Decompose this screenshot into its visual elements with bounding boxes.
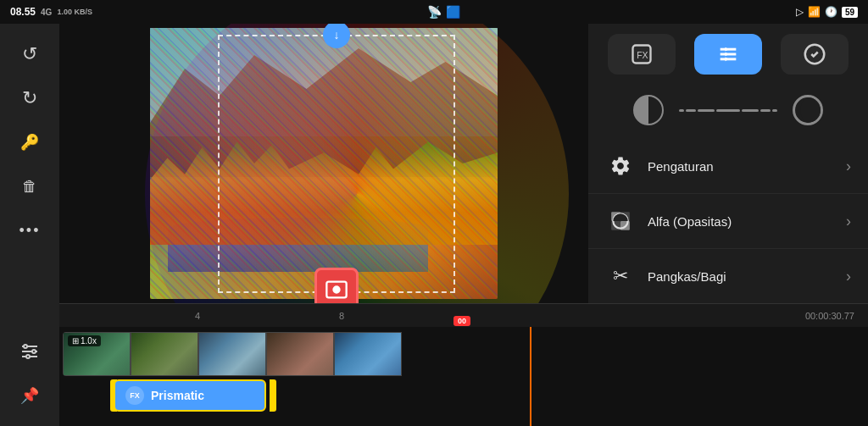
speed-badge: ⊞ 1.0x [68,335,101,346]
list-icon [716,42,740,66]
fx-icon: FX [630,42,654,66]
adjust-button[interactable] [9,331,50,372]
alfa-chevron: › [846,213,851,230]
prismatic-strip[interactable]: FX Prismatic [114,379,266,412]
status-icons: 📡 🟦 [427,5,460,19]
filter-crescent[interactable] [782,91,833,129]
panel-tabs: FX [588,24,868,85]
time-display: 08.55 [10,6,36,18]
effect-name: Prismatic [151,389,204,402]
gear-icon [605,151,636,181]
signal-indicator: 4G [41,8,52,17]
video-track-strip[interactable] [63,332,868,376]
pin-icon: 📌 [20,386,39,405]
trash-icon: 🗑 [22,178,37,196]
pin-button[interactable]: 📌 [9,375,50,416]
pangkas-chevron: › [846,268,851,285]
left-toolbar: ↺ ↻ 🔑 🗑 ••• 📌 [0,24,59,426]
speed-value: 1.0x [81,336,97,346]
alpha-icon [605,206,636,236]
speed-lines-icon [679,109,777,112]
preview-area: ↓ [59,24,588,303]
video-thumb-5 [334,332,402,376]
fx-effect-icon: FX [125,386,144,405]
filter-icons-row [588,85,868,136]
chromatic-rays [145,24,569,303]
tab-list[interactable] [694,34,762,75]
network-speed: 1.00 KB/S [57,8,92,16]
svg-point-5 [26,355,30,358]
timeline-area: 00 4 8 00:00:30.77 [0,303,868,426]
more-button[interactable]: ••• [9,210,50,251]
right-panel: FX [588,24,868,303]
grid-icon-small: ⊞ [72,336,79,346]
cast-icon: ▷ [796,6,804,18]
menu-item-pangkas[interactable]: ✂ Pangkas/Bagi › [588,249,868,304]
undo-icon: ↺ [22,43,37,65]
vpn-icon: 🟦 [446,5,460,19]
key-icon: 🔑 [20,133,39,152]
filter-speed[interactable] [703,91,754,129]
svg-point-4 [32,350,36,353]
battery-level: 59 [842,7,858,18]
pangkas-label: Pangkas/Bagi [648,269,846,284]
current-time-badge: 00 [453,316,470,326]
timeline-content: ⊞ 1.0x FX Prismatic [0,327,868,426]
video-frame: ↓ [150,28,498,299]
svg-point-3 [24,345,27,348]
menu-items: Pengaturan › Alfa (Opasitas) › ✂ Pangkas… [588,136,868,307]
delete-button[interactable]: 🗑 [9,166,50,207]
status-left: 08.55 4G 1.00 KB/S [10,6,92,18]
undo-button[interactable]: ↺ [9,34,50,75]
redo-icon: ↻ [22,87,37,109]
timeline-ruler: 00 4 8 00:00:30.77 [0,303,868,327]
tab-fx[interactable]: FX [608,34,676,75]
effect-track: FX Prismatic [63,379,868,412]
fx-label-icon: FX [130,391,140,400]
signal-bars-icon: 📶 [808,6,821,18]
video-thumb-3 [198,332,266,376]
alfa-label: Alfa (Opasitas) [648,214,846,229]
scissors-icon: ✂ [605,261,636,291]
tab-check[interactable] [781,34,849,75]
timeline-tracks: ⊞ 1.0x FX Prismatic [59,327,868,426]
adjust-icon [19,341,40,362]
key-button[interactable]: 🔑 [9,122,50,163]
crescent-icon [793,95,823,125]
svg-text:FX: FX [637,50,648,60]
effect-right-handle[interactable] [270,379,276,412]
video-track: ⊞ 1.0x [63,332,868,376]
video-thumb-4 [266,332,334,376]
menu-item-pengaturan[interactable]: Pengaturan › [588,139,868,194]
ruler-mark-4: 4 [195,311,200,321]
filter-half-circle[interactable] [623,91,674,129]
half-circle-icon [633,95,664,125]
notification-icon: 📡 [427,5,442,19]
more-icon: ••• [19,222,41,240]
redo-button[interactable]: ↻ [9,78,50,119]
pengaturan-chevron: › [846,158,851,175]
status-right: ▷ 📶 🕐 59 [796,6,858,18]
ruler-mark-8: 8 [339,311,344,321]
menu-item-alfa[interactable]: Alfa (Opasitas) › [588,194,868,249]
total-time-display: 00:00:30.77 [805,311,854,321]
video-thumb-2 [131,332,198,376]
pengaturan-label: Pengaturan [648,159,846,174]
check-circle-icon [802,41,827,67]
clock-icon: 🕐 [825,6,837,18]
status-bar: 08.55 4G 1.00 KB/S 📡 🟦 ▷ 📶 🕐 59 [0,0,868,24]
